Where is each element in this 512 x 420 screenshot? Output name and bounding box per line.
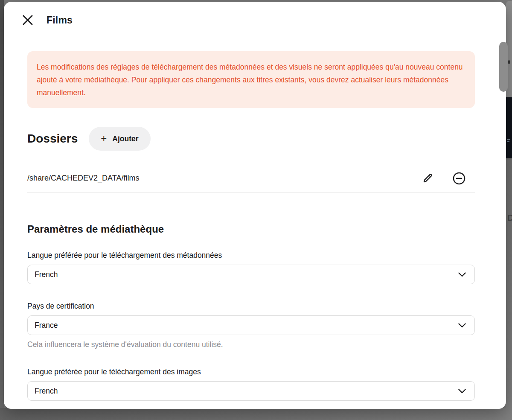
folder-path: /share/CACHEDEV2_DATA/films [27,174,139,183]
metadata-language-select[interactable]: French [27,265,475,284]
backdrop-image-speck [507,139,510,140]
backdrop-right-sliver-bottom [506,158,512,420]
certification-country-label: Pays de certification [27,301,475,311]
plus-icon: + [101,133,107,143]
certification-country-help: Cela influencera le système d'évaluation… [27,340,475,349]
backdrop-letter-fragment: D [507,213,512,223]
pencil-icon [422,172,433,184]
scrollbar-thumb[interactable] [499,42,508,92]
dialog-header: Films [4,2,506,26]
add-folder-button[interactable]: + Ajouter [89,127,150,151]
add-folder-label: Ajouter [112,134,138,143]
image-language-value: French [35,387,58,396]
metadata-language-label: Langue préférée pour le téléchargement d… [27,251,475,260]
chevron-down-icon [458,272,466,277]
minus-circle-icon [452,172,466,185]
folders-section-header: Dossiers + Ajouter [27,127,475,151]
close-icon[interactable] [22,15,33,26]
backdrop-movie-image-sliver [506,97,512,158]
image-language-label: Langue préférée pour le téléchargement d… [27,367,475,376]
folders-heading: Dossiers [27,132,78,146]
backdrop-text-fragment [508,60,510,64]
backdrop-image-speck [507,141,509,142]
certification-country-value: France [35,321,58,330]
chevron-down-icon [458,389,466,394]
edit-folder-button[interactable] [420,171,435,186]
backdrop-bottom-strip [0,408,512,420]
backdrop-left-strip [0,0,4,420]
metadata-warning-banner: Les modifications des réglages de téléch… [27,51,475,108]
chevron-down-icon [458,323,466,328]
metadata-language-value: French [35,270,58,279]
remove-folder-button[interactable] [452,171,466,186]
image-language-select[interactable]: French [27,381,475,401]
library-settings-heading: Paramètres de médiathèque [27,222,475,236]
folder-actions [420,171,475,186]
library-settings-dialog: Films Les modifications des réglages de … [4,2,506,409]
dialog-content: Les modifications des réglages de téléch… [4,51,506,401]
folder-row: /share/CACHEDEV2_DATA/films [27,169,475,192]
certification-country-select[interactable]: France [27,315,475,335]
dialog-title: Films [47,15,73,26]
